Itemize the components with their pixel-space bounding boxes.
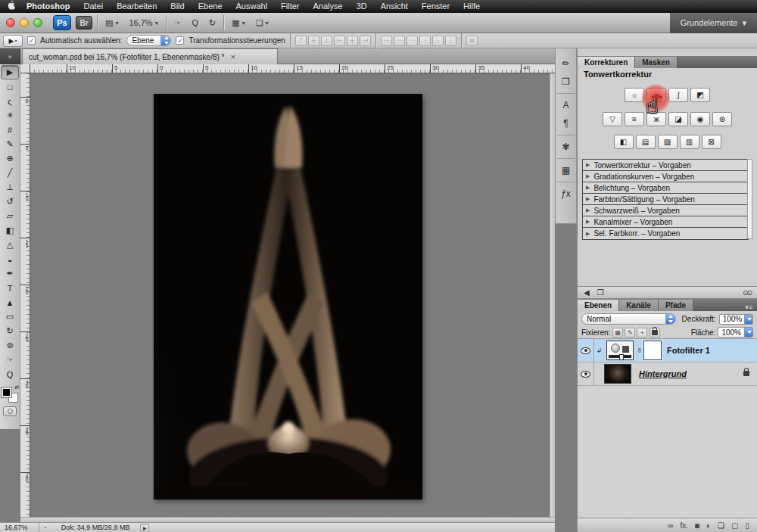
marquee-tool[interactable]: □	[1, 79, 19, 94]
color-swatches[interactable]: ⇄	[2, 384, 18, 403]
eyedropper-tool[interactable]: ✎	[1, 137, 19, 151]
new-layer-button[interactable]: ▢	[731, 521, 738, 530]
clone-source-panel-icon[interactable]: ❐	[557, 73, 575, 91]
brush-presets-panel-icon[interactable]: ✏	[557, 54, 575, 73]
horizontal-scrollbar[interactable]	[20, 517, 555, 522]
lock-transparent-pixels-button[interactable]: ▦	[612, 328, 623, 338]
screen-mode-button[interactable]: ❏▾	[253, 15, 272, 30]
align-right-edges-button[interactable]: ⊣	[360, 36, 371, 46]
hue-saturation-button[interactable]: ≡	[625, 112, 644, 126]
menu-item[interactable]: Photoshop	[20, 0, 76, 13]
preset-row[interactable]: ▶Farbton/Sättigung – Vorgaben	[583, 194, 748, 205]
close-tab-icon[interactable]: ×	[230, 52, 235, 61]
current-tool-icon[interactable]: ▶▾	[3, 35, 23, 47]
layer-row-hintergrund[interactable]: Hintergrund	[578, 362, 757, 386]
crop-tool[interactable]: #	[1, 123, 19, 137]
menu-item[interactable]: Bild	[164, 0, 191, 13]
lock-image-pixels-button[interactable]: ✎	[625, 328, 635, 338]
history-brush-tool[interactable]: ↺	[1, 194, 19, 209]
disclosure-triangle-icon[interactable]: ▶	[586, 219, 590, 225]
histogram-panel-icon[interactable]: ▦	[557, 158, 575, 179]
expanded-view-button[interactable]: ❐	[597, 288, 604, 297]
black-white-button[interactable]: ◪	[668, 112, 688, 126]
visibility-cell[interactable]	[578, 362, 594, 385]
visibility-cell[interactable]	[578, 339, 594, 362]
quick-selection-tool[interactable]: ✳	[1, 108, 19, 123]
eye-icon[interactable]	[581, 347, 590, 354]
workspace-switcher[interactable]: Grundelemente▾	[670, 13, 757, 33]
type-tool[interactable]: T	[1, 281, 19, 295]
clone-stamp-tool[interactable]: ⊥	[1, 180, 19, 194]
layer-style-button[interactable]: fx.	[680, 521, 688, 530]
preset-row[interactable]: ▶Kanalmixer – Vorgaben	[583, 216, 748, 228]
selective-color-button[interactable]: ⊠	[702, 135, 721, 149]
styles-panel-icon[interactable]: ƒx	[557, 182, 575, 203]
layer-name[interactable]: Hintergrund	[639, 369, 687, 378]
vertical-scrollbar[interactable]	[550, 73, 555, 517]
distribute-vertical-centers-button[interactable]: ⋯	[394, 36, 405, 46]
dodge-tool[interactable]: ◒	[1, 252, 19, 266]
panel-tab[interactable]: Ebenen	[578, 300, 619, 311]
shape-tool[interactable]: ▭	[1, 310, 19, 324]
bridge-launch-button[interactable]: Br	[76, 16, 92, 30]
show-transform-controls-checkbox[interactable]: ✓	[176, 36, 184, 45]
align-horizontal-centers-button[interactable]: ┼	[347, 36, 358, 46]
menu-item[interactable]: Filter	[274, 0, 306, 13]
opacity-field[interactable]: 100%	[719, 314, 753, 325]
distribute-right-edges-button[interactable]: ⋮	[445, 36, 456, 46]
auto-align-button[interactable]: ⊞	[466, 36, 478, 46]
align-bottom-edges-button[interactable]: ⊥	[321, 36, 332, 46]
swap-colors-icon[interactable]: ⇄	[14, 384, 19, 390]
disclosure-triangle-icon[interactable]: ▶	[586, 162, 590, 168]
dropdown-icon[interactable]	[744, 314, 752, 325]
add-layer-mask-button[interactable]: ◙	[695, 521, 699, 530]
swatches-panel-icon[interactable]: ✾	[557, 135, 575, 156]
align-left-edges-button[interactable]: ⊢	[334, 36, 345, 46]
panel-menu-icon[interactable]: ▾≡	[745, 303, 757, 311]
brightness-contrast-button[interactable]: ☼	[625, 88, 644, 102]
disclosure-triangle-icon[interactable]: ▶	[586, 173, 590, 179]
align-vertical-centers-button[interactable]: ┼	[308, 36, 319, 46]
distribute-top-edges-button[interactable]: ⋯	[381, 36, 392, 46]
menu-item[interactable]: Auswahl	[229, 0, 275, 13]
zoom-tool-icon[interactable]: Q	[189, 15, 202, 30]
menu-item[interactable]: Hilfe	[456, 0, 487, 13]
eraser-tool[interactable]: ▱	[1, 209, 19, 223]
exposure-button[interactable]: ◩	[690, 88, 710, 102]
mask-link-icon[interactable]: ∞	[636, 347, 643, 354]
hand-tool-icon[interactable]: ☞	[171, 15, 185, 30]
lock-position-button[interactable]: +	[637, 328, 647, 338]
brush-tool[interactable]: ╱	[1, 166, 19, 180]
posterize-button[interactable]: ▤	[636, 135, 656, 149]
move-tool[interactable]: ▶	[1, 65, 19, 79]
color-balance-button[interactable]: ж	[646, 112, 666, 126]
tools-dock-header[interactable]: »	[0, 48, 20, 64]
window-zoom-button[interactable]	[33, 18, 42, 27]
pen-tool[interactable]: ✒	[1, 266, 19, 281]
eye-icon[interactable]	[581, 371, 590, 378]
presets-scrollbar[interactable]	[747, 159, 752, 239]
preset-row[interactable]: ▶Tonwertkorrektur – Vorgaben	[583, 160, 748, 171]
adjustment-layer-thumbnail[interactable]	[606, 341, 634, 360]
apple-icon[interactable]	[5, 1, 20, 12]
canvas-image[interactable]	[154, 94, 422, 499]
menu-item[interactable]: Ebene	[192, 0, 229, 13]
panel-tab[interactable]: Masken	[635, 57, 678, 68]
threshold-button[interactable]: ▨	[658, 135, 678, 149]
lock-all-button[interactable]	[650, 328, 660, 338]
menu-item[interactable]: 3D	[350, 0, 374, 13]
status-zoom-field[interactable]: 16,67%	[0, 523, 39, 532]
lasso-tool[interactable]: ς	[1, 94, 19, 108]
foreground-color-swatch[interactable]	[2, 387, 11, 397]
dropdown-icon[interactable]	[744, 327, 752, 338]
path-selection-tool[interactable]: ▲	[1, 295, 19, 310]
panel-tab[interactable]: Pfade	[659, 300, 693, 311]
zoom-tool[interactable]: Q	[1, 367, 19, 381]
arrange-documents-button[interactable]: ▦▾	[229, 15, 248, 30]
rotate-view-icon[interactable]: ↻	[206, 15, 219, 30]
photo-filter-button[interactable]: ◉	[690, 112, 710, 126]
disclosure-triangle-icon[interactable]: ▶	[586, 207, 590, 213]
distribute-bottom-edges-button[interactable]: ⋯	[407, 36, 418, 46]
menu-item[interactable]: Datei	[76, 0, 110, 13]
align-top-edges-button[interactable]: ⊤	[295, 36, 307, 46]
